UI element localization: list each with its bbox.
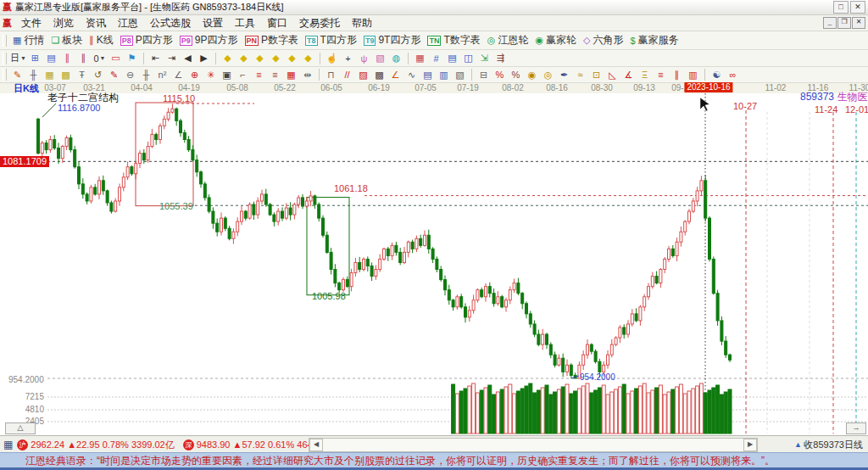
overlay-dropdown[interactable]: 0▼ (92, 52, 107, 65)
nav-next-button[interactable]: ▶ (197, 52, 211, 65)
percent-tool[interactable]: % (492, 68, 507, 81)
level-tool[interactable]: ≈ (573, 68, 587, 81)
nav-prev-button[interactable]: ◀ (181, 52, 195, 65)
calculator-icon[interactable]: # (429, 52, 443, 65)
pane-collapse-button[interactable]: △ (5, 422, 36, 434)
mini-kline-icon[interactable]: ∥ (60, 52, 75, 65)
star-burst-tool[interactable]: ✳ (203, 68, 218, 81)
zoom-diamond-5[interactable]: ◆ (285, 52, 299, 65)
frame-tool[interactable]: ⊓ (324, 68, 338, 81)
p-square-button[interactable]: P8P四方形 (117, 33, 176, 48)
info-panel-icon[interactable]: ▤ (44, 52, 58, 65)
mdi-minimize-button[interactable]: _ (823, 17, 837, 29)
p-number-table-button[interactable]: PNP数字表 (242, 33, 303, 48)
menu-item-browse[interactable]: 浏览 (47, 16, 80, 31)
menu-item-help[interactable]: 帮助 (346, 16, 378, 31)
color-flag-icon[interactable]: ⚑ (125, 52, 139, 65)
kline-chart[interactable] (0, 93, 868, 435)
chart-area[interactable]: 江恩工具软件 QQ:100800360 聊吧 老子十二宫结构 1116.8700… (0, 93, 868, 435)
golden-line-tool[interactable]: ◎ (541, 68, 555, 81)
gann-grid-tool[interactable]: ▦ (42, 68, 57, 81)
menu-item-window[interactable]: 窗口 (261, 16, 293, 31)
blue-grid-tool[interactable]: ▤ (420, 68, 435, 81)
fan-percent-tool[interactable]: Ξ (637, 68, 652, 81)
menu-item-file[interactable]: 文件 (15, 16, 47, 31)
calendar-icon[interactable]: ▦ (413, 52, 427, 65)
zoom-diamond-6[interactable]: ◆ (301, 52, 315, 65)
window-restore-button[interactable]: □ (833, 1, 849, 14)
trend-bands-tool[interactable]: ≡ (654, 68, 668, 81)
scroll-left-arrow[interactable]: ◀ (309, 439, 323, 451)
save-icon[interactable]: ◫ (461, 52, 476, 65)
ink-pen-tool[interactable]: ✒ (557, 68, 571, 81)
price-ladder-tool[interactable]: ≡ (252, 68, 266, 81)
notes-icon[interactable]: ▤ (445, 52, 459, 65)
menu-item-tools[interactable]: 工具 (229, 16, 261, 31)
spiral-tool[interactable]: ↺ (91, 68, 105, 81)
pane-scroll-right-button[interactable]: → (846, 422, 866, 434)
j-angle-tool[interactable]: ◺ (605, 68, 620, 81)
fan-rays-tool[interactable]: // (340, 68, 354, 81)
menu-item-gann[interactable]: 江恩 (112, 16, 144, 31)
gann-grid2-tool[interactable]: ▩ (58, 68, 73, 81)
market-quotes-button[interactable]: ▦行情 (9, 33, 47, 48)
hexagon-button[interactable]: ◇六角形 (580, 33, 626, 48)
angle-ruler-tool[interactable]: ∠ (171, 68, 186, 81)
horizontal-scrollbar[interactable]: ◀ ▶ (309, 438, 758, 452)
mdi-restore-button[interactable]: ❐ (837, 17, 851, 29)
box-channel-tool[interactable]: ▥ (686, 68, 700, 81)
blue-grid2-tool[interactable]: ▥ (437, 68, 451, 81)
angle-pen-tool[interactable]: ∠ (388, 68, 403, 81)
f-angle-tool[interactable]: ∡ (621, 68, 636, 81)
paint-grid-tool[interactable]: ▨ (356, 68, 370, 81)
kline-button[interactable]: ∥K线 (86, 33, 117, 48)
fib-lines-tool[interactable]: ╫ (139, 68, 153, 81)
channel-tool[interactable]: ∥ (670, 68, 684, 81)
menu-item-news[interactable]: 资讯 (80, 16, 112, 31)
window-split-icon[interactable]: ⊞ (28, 52, 42, 65)
price-ladder2-tool[interactable]: ≡ (268, 68, 282, 81)
gann-target-tool[interactable]: ⊕ (187, 68, 202, 81)
sectors-button[interactable]: ❏板块 (47, 33, 86, 48)
n-square-tool[interactable]: n² (155, 68, 170, 81)
cycle-lines-tool[interactable]: ╫ (26, 68, 41, 81)
t-square-button[interactable]: T8T四方形 (302, 33, 360, 48)
pen-tool[interactable]: ✎ (10, 68, 25, 81)
pick-tool[interactable]: ψ (357, 52, 371, 65)
kline-frame-icon[interactable]: ▭ (108, 52, 123, 65)
zoom-diamond-2[interactable]: ◆ (236, 52, 251, 65)
zoom-diamond-3[interactable]: ◆ (253, 52, 267, 65)
red-grid-tool[interactable]: ▦ (284, 68, 298, 81)
arrow-pen-tool[interactable]: ✎ (107, 68, 121, 81)
ellipse-tool[interactable]: ⊖ (123, 68, 137, 81)
golden-circle-tool[interactable]: ◉ (525, 68, 539, 81)
p9-square-button[interactable]: P99P四方形 (176, 33, 242, 48)
time-ruler-tool[interactable]: Ŧ (75, 68, 89, 81)
winner-service-button[interactable]: $赢家服务 (626, 33, 682, 48)
wave-tool[interactable]: ∿ (404, 68, 419, 81)
export-icon[interactable]: ⇲ (477, 52, 492, 65)
stats-tool[interactable]: ⊟ (476, 68, 491, 81)
gann-wheel-button[interactable]: ◎江恩轮 (484, 33, 532, 48)
shadow-grid-tool[interactable]: ▩ (372, 68, 387, 81)
gold-box-tool[interactable]: ⊡ (589, 68, 604, 81)
menu-item-formula-picker[interactable]: 公式选股 (144, 16, 197, 31)
period-day-dropdown[interactable]: 日▼ (10, 52, 26, 65)
crosshair-tool[interactable]: + (341, 52, 355, 65)
nav-last-button[interactable]: ⇥ (164, 52, 179, 65)
t-number-table-button[interactable]: TNT数字表 (424, 33, 483, 48)
window-close-button[interactable]: ✕ (850, 1, 865, 14)
t9-square-button[interactable]: T99T四方形 (360, 33, 425, 48)
nav-first-button[interactable]: ⇤ (148, 52, 163, 65)
zoom-diamond-1[interactable]: ◆ (220, 52, 235, 65)
yinyang-icon[interactable]: ☯ (709, 68, 724, 81)
infinity-icon[interactable]: ∞ (726, 68, 740, 81)
percent-lines-tool[interactable]: % (509, 68, 523, 81)
web-tool[interactable]: ◍ (389, 52, 403, 65)
menu-item-trade[interactable]: 交易委托 (293, 16, 346, 31)
transfer-icon[interactable]: ⇶ (493, 52, 508, 65)
keyboard-icon[interactable]: ▦ (3, 439, 13, 450)
width-arrows-tool[interactable]: ⇹ (300, 68, 314, 81)
mask-tool[interactable]: ▧ (373, 52, 387, 65)
winner-wheel-button[interactable]: ◉赢家轮 (531, 33, 580, 48)
